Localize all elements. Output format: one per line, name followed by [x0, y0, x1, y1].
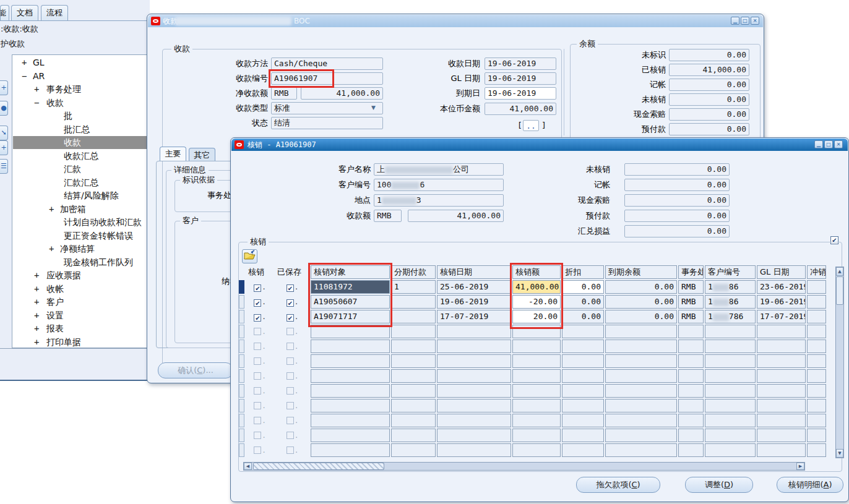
empty-cell[interactable] — [562, 443, 604, 457]
apply-to-cell[interactable]: A19050607 — [311, 295, 390, 309]
empty-cell[interactable] — [311, 369, 390, 383]
totals-field-value[interactable]: 0.00 — [624, 210, 730, 222]
balance-field-value[interactable]: 0.00 — [669, 108, 749, 121]
empty-cell[interactable] — [605, 354, 677, 368]
empty-cell[interactable] — [705, 384, 756, 398]
applications-window-titlebar[interactable]: 核销 - A19061907 ▁□✕ — [231, 139, 848, 151]
receipt-method-field[interactable]: Cash/Cheque — [271, 58, 383, 70]
toolbar-user-icon[interactable]: ☰ — [0, 159, 8, 174]
apply-checkbox[interactable] — [254, 432, 261, 439]
tree-expand-glyph[interactable]: + — [49, 242, 54, 255]
charges-button[interactable]: 拖欠款项(C) — [576, 477, 660, 493]
tree-item[interactable]: +打印单据 — [13, 336, 149, 349]
empty-cell[interactable] — [512, 414, 561, 427]
balance-field-value[interactable]: 0.00 — [669, 49, 749, 61]
discount-cell[interactable]: 0.00 — [562, 280, 604, 294]
apply-checkbox[interactable]: ✔ — [254, 299, 261, 307]
tree-item[interactable]: 汇款汇总 — [13, 176, 149, 189]
toolbar-add-icon[interactable]: + — [0, 80, 8, 95]
status-field[interactable]: 结清 — [271, 117, 383, 129]
amount-applied-cell[interactable]: 20.00 — [512, 310, 561, 323]
empty-cell[interactable] — [512, 399, 561, 412]
location-field[interactable]: 13 — [374, 194, 504, 207]
tree-item[interactable]: 批 — [13, 109, 149, 122]
gl-date-cell[interactable]: 19-06-2019 — [757, 295, 806, 309]
balance-field-value[interactable]: 0.00 — [669, 123, 749, 135]
balance-due-cell[interactable]: 0.00 — [605, 295, 677, 309]
empty-cell[interactable] — [605, 325, 677, 338]
customer-number-cell[interactable]: 186 — [705, 295, 756, 309]
empty-cell[interactable] — [678, 369, 704, 383]
tree-expand-glyph[interactable]: − — [34, 96, 39, 109]
tree-item[interactable]: +加密箱 — [13, 203, 149, 216]
empty-cell[interactable] — [807, 399, 826, 412]
table-vscrollbar[interactable]: ▲ ▼ — [835, 267, 844, 458]
totals-field-value[interactable]: 0.00 — [624, 225, 730, 237]
empty-cell[interactable] — [605, 443, 677, 457]
amount-applied-cell[interactable]: -20.00 — [512, 295, 561, 309]
apply-checkbox[interactable] — [254, 417, 261, 424]
balance-due-cell[interactable]: 0.00 — [605, 280, 677, 294]
saved-checkbox[interactable] — [287, 446, 294, 454]
empty-cell[interactable] — [678, 384, 704, 398]
tree-item[interactable]: +设置 — [13, 309, 149, 322]
net-amount-field[interactable]: 41,000.00 — [301, 87, 383, 100]
balance-field-value[interactable]: 0.00 — [669, 79, 749, 91]
maximize-icon[interactable]: □ — [741, 17, 749, 25]
totals-field-value[interactable]: 0.00 — [624, 179, 730, 191]
empty-cell[interactable] — [311, 429, 390, 442]
empty-cell[interactable] — [757, 354, 806, 368]
empty-cell[interactable] — [757, 414, 806, 427]
transaction-currency-cell[interactable]: RMB — [678, 280, 704, 294]
empty-cell[interactable] — [757, 325, 806, 338]
empty-cell[interactable] — [605, 429, 677, 442]
empty-cell[interactable] — [512, 384, 561, 398]
row-selector[interactable] — [239, 443, 244, 457]
empty-cell[interactable] — [311, 399, 390, 412]
tree-expand-glyph[interactable]: + — [34, 322, 39, 335]
row-selector[interactable] — [239, 399, 244, 412]
empty-cell[interactable] — [605, 384, 677, 398]
empty-cell[interactable] — [678, 429, 704, 442]
empty-cell[interactable] — [391, 384, 436, 398]
gl-date-field[interactable]: 19-06-2019 — [485, 72, 556, 85]
empty-cell[interactable] — [605, 340, 677, 353]
empty-cell[interactable] — [391, 369, 436, 383]
installment-cell[interactable] — [391, 295, 436, 309]
confirm-button[interactable]: 确认(C)... — [158, 362, 233, 378]
discount-cell[interactable]: 0.00 — [562, 310, 604, 323]
tree-expand-glyph[interactable]: + — [34, 83, 39, 96]
row-selector[interactable] — [239, 414, 244, 427]
gl-date-cell[interactable]: 23-06-2019 — [757, 280, 806, 294]
folder-icon[interactable] — [242, 249, 257, 263]
empty-cell[interactable] — [311, 384, 390, 398]
apply-checkbox[interactable] — [254, 328, 261, 335]
row-selector[interactable] — [239, 310, 244, 323]
empty-cell[interactable] — [678, 399, 704, 412]
functional-amount-field[interactable]: 41,000.00 — [485, 103, 556, 115]
tree-item[interactable]: +报表 — [13, 322, 149, 335]
row-selector[interactable] — [239, 340, 244, 353]
saved-checkbox[interactable] — [287, 432, 294, 439]
saved-checkbox[interactable] — [287, 328, 294, 335]
apply-to-cell[interactable]: A19071717 — [311, 310, 390, 323]
receipt-amount-currency-field[interactable]: RMB — [374, 210, 402, 222]
saved-checkbox[interactable] — [287, 402, 294, 409]
maturity-date-field[interactable]: 19-06-2019 — [485, 87, 556, 100]
tree-expand-glyph[interactable]: + — [34, 336, 39, 349]
scroll-up-icon[interactable]: ▲ — [836, 267, 843, 276]
empty-cell[interactable] — [807, 369, 826, 383]
empty-cell[interactable] — [757, 384, 806, 398]
empty-cell[interactable] — [311, 443, 390, 457]
flexfield-button[interactable]: .. — [523, 120, 539, 131]
receipt-date-field[interactable]: 19-06-2019 — [485, 58, 556, 70]
amount-applied-cell[interactable]: 41,000.00 — [512, 280, 561, 294]
minimize-icon[interactable]: ▁ — [814, 140, 823, 148]
tree-item[interactable]: +应收票据 — [13, 269, 149, 282]
vscroll-thumb[interactable] — [836, 276, 843, 305]
saved-checkbox[interactable] — [287, 357, 294, 365]
empty-cell[interactable] — [678, 414, 704, 427]
tree-item[interactable]: +客户 — [13, 296, 149, 309]
toolbar-remove-icon[interactable]: ● — [0, 101, 8, 116]
tree-item[interactable]: 现金核销工作队列 — [13, 256, 149, 269]
